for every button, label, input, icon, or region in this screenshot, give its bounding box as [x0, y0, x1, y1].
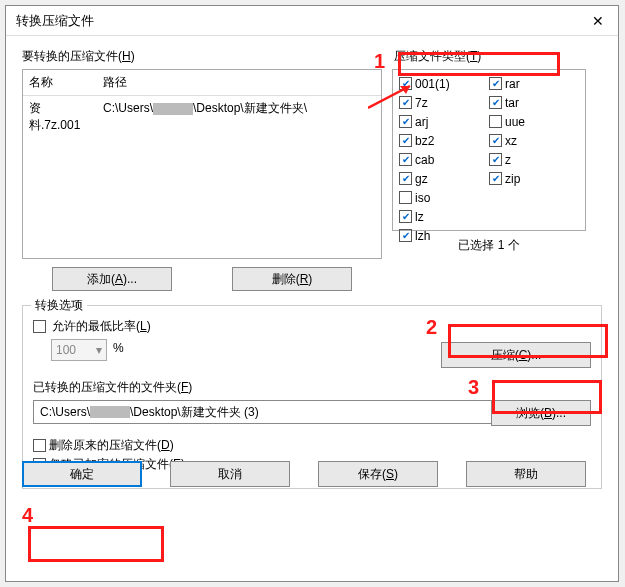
checkbox-icon[interactable]: ✔ [489, 153, 502, 166]
checkbox-icon[interactable] [399, 191, 412, 204]
annotation-4: 4 [22, 504, 33, 527]
checkbox-icon[interactable]: ✔ [399, 210, 412, 223]
delete-original-label: 删除原来的压缩文件(D) [49, 437, 174, 454]
annotation-4-box [28, 526, 164, 562]
titlebar: 转换压缩文件 ✕ [6, 6, 618, 36]
dialog-window: 转换压缩文件 ✕ 要转换的压缩文件(H) 名称 路径 资料.7z.001 [5, 5, 619, 582]
delete-original-checkbox[interactable] [33, 439, 46, 452]
checkbox-icon[interactable]: ✔ [489, 134, 502, 147]
type-checkbox-xz[interactable]: ✔xz [489, 131, 579, 150]
archive-types-label: 压缩文件类型(T) [394, 48, 586, 65]
type-checkbox-arj[interactable]: ✔arj [399, 112, 489, 131]
checkbox-icon[interactable]: ✔ [399, 77, 412, 90]
type-checkbox-gz[interactable]: ✔gz [399, 169, 489, 188]
file-row[interactable]: 资料.7z.001 C:\Users\\Desktop\新建文件夹\ [23, 96, 381, 138]
converted-folder-label: 已转换的压缩文件的文件夹(F) [33, 379, 591, 396]
compress-button[interactable]: 压缩(C)... [441, 342, 591, 368]
checkbox-icon[interactable]: ✔ [399, 115, 412, 128]
archive-types-box: ✔001(1)✔7z✔arj✔bz2✔cab✔gziso✔lz✔lzh ✔rar… [392, 69, 586, 231]
checkbox-icon[interactable]: ✔ [399, 172, 412, 185]
type-checkbox-z[interactable]: ✔z [489, 150, 579, 169]
type-checkbox-cab[interactable]: ✔cab [399, 150, 489, 169]
ok-button[interactable]: 确定 [22, 461, 142, 487]
checkbox-icon[interactable]: ✔ [399, 229, 412, 242]
type-checkbox-lz[interactable]: ✔lz [399, 207, 489, 226]
min-ratio-spinner[interactable]: 100▾ [51, 339, 107, 361]
checkbox-icon[interactable]: ✔ [399, 153, 412, 166]
window-title: 转换压缩文件 [16, 12, 94, 30]
min-ratio-checkbox[interactable] [33, 320, 46, 333]
redacted-user2 [90, 406, 130, 418]
files-to-convert-label: 要转换的压缩文件(H) [22, 48, 382, 65]
browse-button[interactable]: 浏览(B)... [491, 400, 591, 426]
type-checkbox-zip[interactable]: ✔zip [489, 169, 579, 188]
close-button[interactable]: ✕ [578, 6, 618, 36]
checkbox-icon[interactable]: ✔ [489, 77, 502, 90]
checkbox-icon[interactable]: ✔ [489, 172, 502, 185]
type-checkbox-001(1)[interactable]: ✔001(1) [399, 74, 489, 93]
type-checkbox-iso[interactable]: iso [399, 188, 489, 207]
min-ratio-label: 允许的最低比率(L) [52, 318, 151, 335]
options-label: 转换选项 [31, 297, 87, 314]
add-button[interactable]: 添加(A)... [52, 267, 172, 291]
checkbox-icon[interactable]: ✔ [399, 134, 412, 147]
remove-button[interactable]: 删除(R) [232, 267, 352, 291]
file-list[interactable]: 名称 路径 资料.7z.001 C:\Users\\Desktop\新建文件夹\ [22, 69, 382, 259]
type-checkbox-uue[interactable]: uue [489, 112, 579, 131]
col-name-header[interactable]: 名称 [23, 70, 97, 95]
checkbox-icon[interactable] [489, 115, 502, 128]
checkbox-icon[interactable]: ✔ [399, 96, 412, 109]
col-path-header[interactable]: 路径 [97, 70, 381, 95]
save-button[interactable]: 保存(S) [318, 461, 438, 487]
help-button[interactable]: 帮助 [466, 461, 586, 487]
type-checkbox-rar[interactable]: ✔rar [489, 74, 579, 93]
file-list-header: 名称 路径 [23, 70, 381, 96]
checkbox-icon[interactable]: ✔ [489, 96, 502, 109]
type-checkbox-bz2[interactable]: ✔bz2 [399, 131, 489, 150]
redacted-user [153, 103, 193, 115]
type-checkbox-tar[interactable]: ✔tar [489, 93, 579, 112]
cancel-button[interactable]: 取消 [170, 461, 290, 487]
type-checkbox-7z[interactable]: ✔7z [399, 93, 489, 112]
